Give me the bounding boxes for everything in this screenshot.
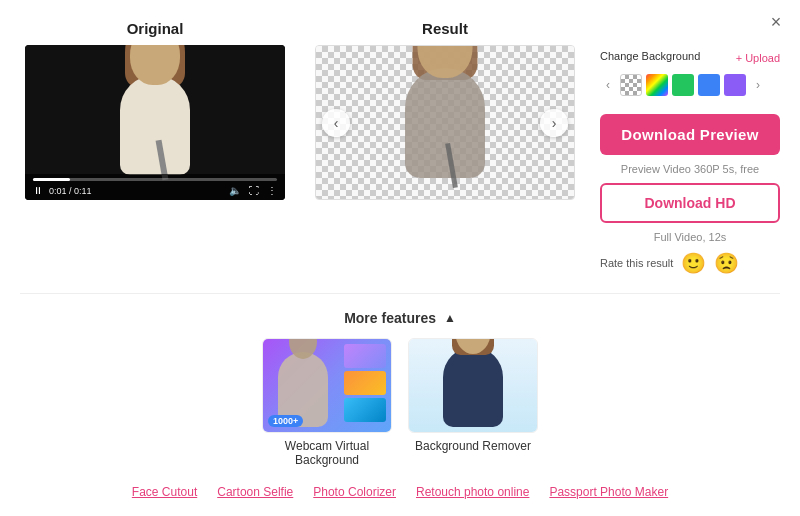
modal-container: × Original bbox=[0, 0, 800, 516]
download-preview-button[interactable]: Download Preview bbox=[600, 114, 780, 155]
singer-figure bbox=[120, 75, 190, 175]
original-column: Original bbox=[20, 20, 290, 275]
bg-remover-label: Background Remover bbox=[408, 439, 538, 453]
thumbs-up-emoji[interactable]: 🙂 bbox=[681, 251, 706, 275]
photo-colorizer-link[interactable]: Photo Colorizer bbox=[313, 485, 396, 499]
bg-remover-card[interactable]: Background Remover bbox=[408, 338, 538, 467]
original-title: Original bbox=[127, 20, 184, 37]
result-column: Result ‹ › bbox=[310, 20, 580, 275]
color-swatch-purple[interactable] bbox=[724, 74, 746, 96]
controls-column: Change Background + Upload ‹ › Download … bbox=[600, 20, 780, 275]
color-swatch-blue[interactable] bbox=[698, 74, 720, 96]
webcam-bg-label: Webcam Virtual Background bbox=[262, 439, 392, 467]
remover-person bbox=[443, 347, 503, 427]
result-figure bbox=[405, 68, 485, 178]
hd-note: Full Video, 12s bbox=[600, 231, 780, 243]
controls-row: ⏸ 0:01 / 0:11 🔈 ⛶ ⋮ bbox=[33, 185, 277, 196]
webcam-bg-thumb: 1000+ bbox=[262, 338, 392, 433]
preview-note: Preview Video 360P 5s, free bbox=[600, 163, 780, 175]
webcam-panel-3 bbox=[344, 398, 386, 422]
result-container: ‹ › bbox=[315, 45, 575, 200]
control-icons: 🔈 ⛶ ⋮ bbox=[229, 185, 277, 196]
more-icon[interactable]: ⋮ bbox=[267, 185, 277, 196]
upload-link[interactable]: + Upload bbox=[736, 52, 780, 64]
more-features-section: More features ▲ 1000+ bbox=[0, 302, 800, 477]
top-section: Original bbox=[0, 0, 800, 285]
webcam-bg-card[interactable]: 1000+ Webcam Virtual Background bbox=[262, 338, 392, 467]
retouch-photo-link[interactable]: Retouch photo online bbox=[416, 485, 529, 499]
more-features-header: More features ▲ bbox=[20, 310, 780, 326]
volume-icon[interactable]: 🔈 bbox=[229, 185, 241, 196]
pause-button[interactable]: ⏸ bbox=[33, 185, 43, 196]
result-title: Result bbox=[422, 20, 468, 37]
result-head bbox=[418, 45, 473, 78]
fullscreen-icon[interactable]: ⛶ bbox=[249, 185, 259, 196]
badge-count: 1000+ bbox=[268, 415, 303, 427]
bg-remover-thumb bbox=[408, 338, 538, 433]
bottom-links: Face Cutout Cartoon Selfie Photo Coloriz… bbox=[0, 477, 800, 507]
webcam-panels bbox=[344, 344, 386, 422]
close-button[interactable]: × bbox=[764, 10, 788, 34]
video-container: ⏸ 0:01 / 0:11 🔈 ⛶ ⋮ bbox=[25, 45, 285, 200]
bg-remover-preview bbox=[409, 339, 537, 432]
singer-body bbox=[120, 75, 190, 175]
passport-photo-link[interactable]: Passport Photo Maker bbox=[549, 485, 668, 499]
webcam-panel-2 bbox=[344, 371, 386, 395]
rate-row: Rate this result 🙂 😟 bbox=[600, 251, 780, 275]
collapse-arrow[interactable]: ▲ bbox=[444, 311, 456, 325]
webcam-bg-preview: 1000+ bbox=[263, 339, 391, 432]
webcam-panel-1 bbox=[344, 344, 386, 368]
video-controls: ⏸ 0:01 / 0:11 🔈 ⛶ ⋮ bbox=[25, 174, 285, 200]
face-cutout-link[interactable]: Face Cutout bbox=[132, 485, 197, 499]
more-features-title: More features bbox=[344, 310, 436, 326]
color-swatch-rainbow[interactable] bbox=[646, 74, 668, 96]
change-bg-header: Change Background + Upload bbox=[600, 50, 780, 66]
time-display: 0:01 / 0:11 bbox=[49, 186, 92, 196]
divider bbox=[20, 293, 780, 294]
feature-cards: 1000+ Webcam Virtual Background Backgrou… bbox=[20, 338, 780, 467]
transparent-swatch[interactable] bbox=[620, 74, 642, 96]
result-mic bbox=[445, 142, 458, 187]
prev-arrow[interactable]: ‹ bbox=[322, 109, 350, 137]
rate-label: Rate this result bbox=[600, 257, 673, 269]
result-body bbox=[405, 68, 485, 178]
color-palette-row: ‹ › bbox=[600, 74, 780, 96]
change-bg-label: Change Background bbox=[600, 50, 700, 62]
progress-fill bbox=[33, 178, 70, 181]
result-singer bbox=[316, 46, 574, 199]
cartoon-selfie-link[interactable]: Cartoon Selfie bbox=[217, 485, 293, 499]
progress-bar[interactable] bbox=[33, 178, 277, 181]
color-swatch-green[interactable] bbox=[672, 74, 694, 96]
next-arrow[interactable]: › bbox=[540, 109, 568, 137]
webcam-head bbox=[289, 338, 317, 359]
palette-prev[interactable]: ‹ bbox=[600, 77, 616, 93]
thumbs-down-emoji[interactable]: 😟 bbox=[714, 251, 739, 275]
palette-next[interactable]: › bbox=[750, 77, 766, 93]
singer-head bbox=[130, 45, 180, 85]
download-hd-button[interactable]: Download HD bbox=[600, 183, 780, 223]
